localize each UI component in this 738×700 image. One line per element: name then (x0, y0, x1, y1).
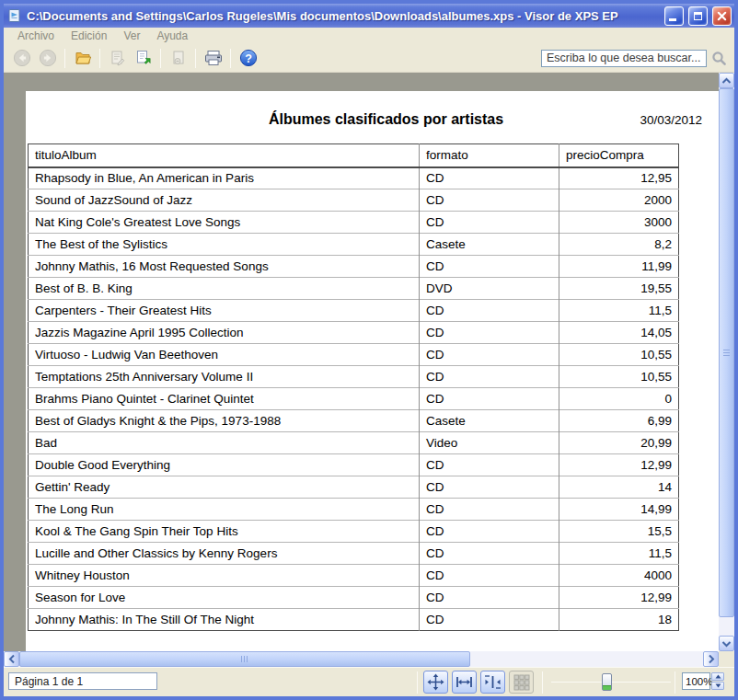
spinner-up-icon (715, 674, 721, 679)
horizontal-scrollbar[interactable] (4, 651, 719, 667)
search-icon[interactable] (711, 51, 727, 66)
cell-tituloAlbum: Season for Love (29, 587, 420, 609)
fit-visible-icon (484, 673, 502, 691)
back-icon (13, 49, 31, 67)
zoom-slider-thumb[interactable] (602, 673, 612, 691)
horizontal-scrollbar-row (4, 651, 734, 667)
cell-formato: CD (420, 454, 559, 476)
menu-ayuda[interactable]: Ayuda (148, 29, 196, 44)
open-in-window-button[interactable] (131, 47, 156, 70)
cell-precioCompra: 3000 (559, 212, 679, 234)
table-row: Gettin' ReadyCD14 (29, 476, 679, 499)
maximize-button[interactable] (688, 6, 708, 26)
fit-width-button[interactable] (452, 671, 477, 694)
spinner-down-icon (715, 683, 721, 688)
table-row: Johnny Mathis, 16 Most Requested SongsCD… (29, 256, 679, 278)
cell-precioCompra: 12,99 (559, 454, 679, 476)
table-row: Lucille and Other Classics by Kenny Roge… (29, 543, 679, 565)
search-input[interactable] (541, 50, 707, 67)
minimize-button[interactable] (664, 6, 684, 26)
xps-viewer-window: C:\Documents and Settings\Carlos Rugeles… (0, 0, 738, 700)
scroll-down-button[interactable] (719, 636, 734, 651)
horizontal-scroll-thumb[interactable] (19, 651, 470, 667)
titlebar[interactable]: C:\Documents and Settings\Carlos Rugeles… (4, 4, 734, 28)
zoom-decrease-button[interactable] (711, 682, 724, 690)
chevron-left-icon (8, 654, 16, 664)
zoom-level-value[interactable]: 100% (682, 672, 710, 690)
cell-tituloAlbum: Johnny Mathis, 16 Most Requested Songs (29, 256, 420, 278)
svg-text:?: ? (245, 52, 252, 65)
scroll-right-button[interactable] (703, 651, 719, 667)
cell-tituloAlbum: Johnny Mathis: In The Still Of The Night (29, 609, 420, 631)
zoom-increase-button[interactable] (711, 672, 724, 681)
close-icon (717, 11, 727, 21)
cell-formato: Video (420, 432, 559, 454)
toolbar-separator (99, 49, 100, 68)
cell-precioCompra: 8,2 (559, 234, 679, 256)
cell-precioCompra: 0 (559, 388, 679, 410)
cell-precioCompra: 14,99 (559, 499, 679, 521)
toolbar-separator (64, 49, 65, 68)
document-icon (169, 49, 188, 67)
cell-precioCompra: 14,05 (559, 322, 679, 344)
page-indicator[interactable]: Página 1 de 1 (8, 672, 157, 690)
cell-precioCompra: 14 (559, 476, 679, 499)
close-button[interactable] (712, 6, 732, 26)
table-row: Jazzis Magazine April 1995 CollectionCD1… (29, 322, 679, 344)
scroll-up-button[interactable] (719, 73, 734, 88)
chevron-down-icon (721, 640, 732, 648)
menu-bar: Archivo Edición Ver Ayuda (4, 28, 734, 44)
fit-page-icon (427, 673, 444, 691)
cell-precioCompra: 11,5 (559, 543, 679, 565)
vertical-scrollbar[interactable] (719, 73, 734, 651)
cell-tituloAlbum: Kool & The Gang Spin Their Top Hits (29, 521, 420, 543)
menu-archivo[interactable]: Archivo (9, 29, 63, 44)
scroll-left-button[interactable] (4, 651, 19, 667)
save-copy-button (166, 47, 190, 70)
cell-tituloAlbum: Sound of JazzSound of Jazz (29, 189, 420, 212)
cell-tituloAlbum: Rhapsody in Blue, An American in Paris (29, 167, 420, 189)
toolbar: ? (4, 44, 734, 73)
album-table: tituloAlbum formato precioCompra Rhapsod… (28, 143, 679, 631)
toolbar-separator (160, 49, 161, 68)
table-row: The Best of the SylisticsCasete8,2 (29, 234, 679, 256)
forward-icon (39, 49, 57, 67)
cell-formato: CD (420, 189, 559, 212)
vertical-scroll-thumb[interactable] (719, 88, 734, 617)
menu-edicion[interactable]: Edición (63, 29, 115, 44)
table-row: Sound of JazzSound of JazzCD2000 (29, 189, 679, 212)
cell-precioCompra: 19,55 (559, 278, 679, 300)
cell-tituloAlbum: Temptations 25th Anniversary Volume II (29, 366, 420, 388)
cell-tituloAlbum: The Best of the Sylistics (29, 234, 420, 256)
view-mode-buttons (423, 671, 534, 694)
fit-width-icon (455, 673, 473, 691)
print-button[interactable] (201, 47, 225, 70)
cell-formato: CD (420, 388, 559, 410)
thumbnails-grid-icon (513, 674, 530, 691)
zoom-slider[interactable] (551, 668, 671, 697)
cell-precioCompra: 11,99 (559, 256, 679, 278)
cell-precioCompra: 11,5 (559, 300, 679, 322)
cell-formato: CD (420, 521, 559, 543)
cell-formato: CD (420, 565, 559, 587)
window-title: C:\Documents and Settings\Carlos Rugeles… (27, 9, 660, 23)
help-button[interactable]: ? (236, 47, 260, 70)
cell-formato: DVD (420, 278, 559, 300)
cell-tituloAlbum: Whitney Houston (29, 565, 420, 587)
fit-page-button[interactable] (423, 671, 448, 694)
open-file-button[interactable] (70, 47, 95, 70)
table-row: Rhapsody in Blue, An American in ParisCD… (29, 167, 679, 189)
table-row: Johnny Mathis: In The Still Of The Night… (29, 609, 679, 631)
cell-tituloAlbum: Best of B. B. King (29, 278, 420, 300)
report-title: Álbumes clasificados por artistas (26, 111, 719, 128)
menu-ver[interactable]: Ver (115, 29, 148, 44)
back-button (9, 47, 34, 70)
cell-formato: CD (420, 609, 559, 631)
cell-precioCompra: 2000 (559, 189, 679, 212)
document-viewport: Álbumes clasificados por artistas 30/03/… (4, 73, 734, 651)
cell-tituloAlbum: Carpenters - Their Greatest Hits (29, 300, 420, 322)
cell-precioCompra: 4000 (559, 565, 679, 587)
fit-visible-button[interactable] (480, 671, 505, 694)
cell-precioCompra: 20,99 (559, 432, 679, 454)
status-bar: Página 1 de 1 (4, 667, 734, 696)
